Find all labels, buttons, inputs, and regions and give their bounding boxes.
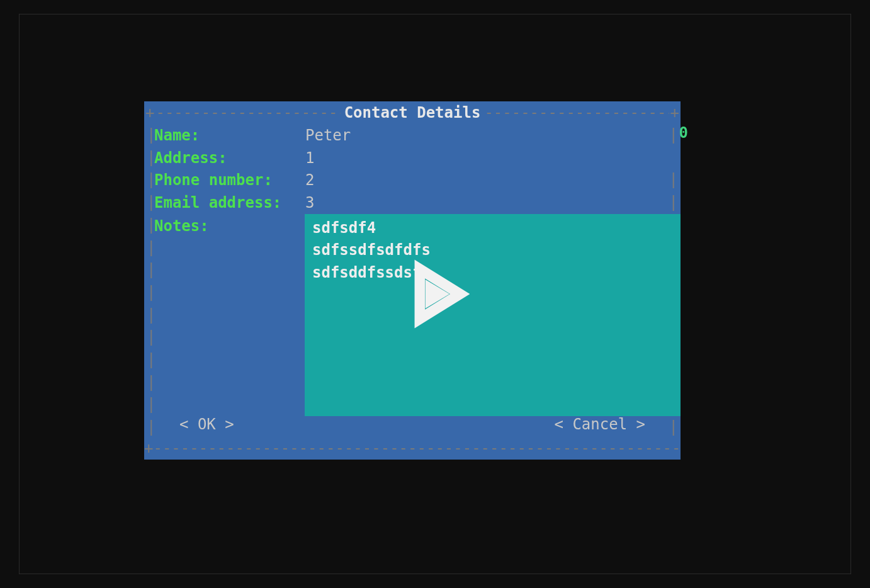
name-label: Name: — [154, 127, 305, 144]
name-field[interactable]: Peter — [305, 127, 351, 144]
border-dash: ---------------------- — [155, 104, 340, 122]
dialog-buttons: < OK > < Cancel > — [154, 413, 670, 436]
address-label: Address: — [154, 149, 305, 167]
dialog-border-top: + ---------------------- Contact Details… — [144, 101, 681, 124]
notes-textarea[interactable]: sdfsdf4 sdfssdfsdfdfs sdfsddfssdsf — [305, 214, 681, 416]
scroll-indicator: 0 — [679, 124, 688, 142]
dialog-title: Contact Details — [341, 104, 485, 122]
border-dash: ----------------------------- — [484, 104, 669, 122]
cancel-button[interactable]: < Cancel > — [529, 416, 671, 433]
border-corner-icon: + — [669, 104, 681, 122]
name-row: Name: Peter — [154, 124, 670, 147]
play-icon — [400, 259, 470, 329]
phone-row: Phone number: 2 — [154, 169, 670, 191]
notes-label: Notes: — [154, 214, 305, 416]
email-field[interactable]: 3 — [305, 194, 314, 212]
dialog-border-bottom: +---------------------------------------… — [144, 437, 681, 460]
phone-label: Phone number: — [154, 171, 305, 189]
email-row: Email address: 3 — [154, 191, 670, 214]
address-field[interactable]: 1 — [305, 149, 314, 167]
email-label: Email address: — [154, 194, 305, 212]
border-corner-icon: + — [144, 104, 155, 122]
address-row: Address: 1 — [154, 147, 670, 169]
ok-button[interactable]: < OK > — [154, 416, 259, 433]
phone-field[interactable]: 2 — [305, 171, 314, 189]
play-button-overlay[interactable] — [400, 259, 470, 329]
